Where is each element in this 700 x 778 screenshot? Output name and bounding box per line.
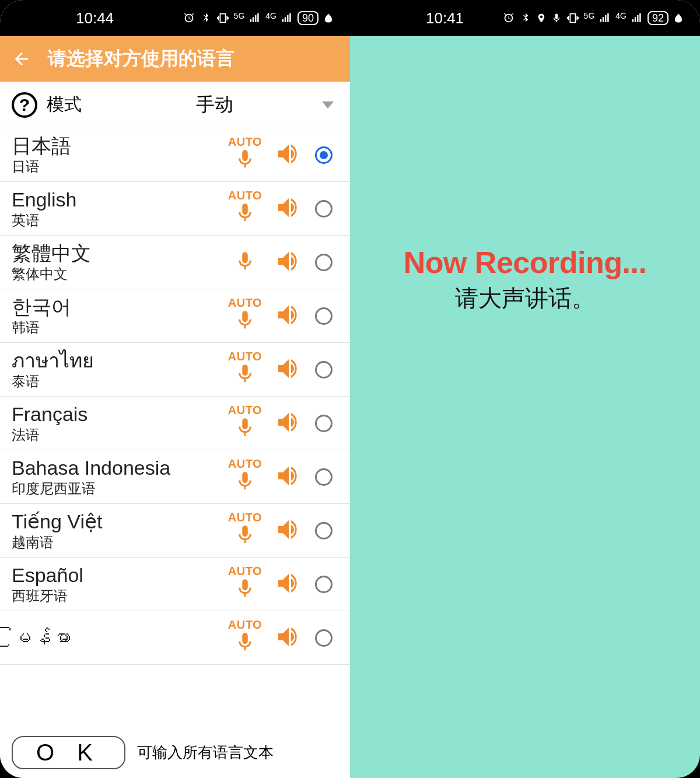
radio-column[interactable] — [309, 146, 338, 164]
language-text: 日本語 日语 — [12, 135, 222, 175]
language-native: English — [12, 188, 222, 211]
radio-button[interactable] — [315, 254, 332, 271]
language-native: ภาษาไทย — [12, 349, 222, 372]
radio-button[interactable] — [315, 629, 332, 647]
mode-dropdown[interactable]: 手动 — [91, 92, 338, 118]
language-row[interactable]: 한국어 韩语 AUTO — [0, 289, 350, 343]
radio-column[interactable] — [309, 361, 338, 379]
speaker-column[interactable] — [268, 140, 309, 170]
speaker-column[interactable] — [268, 516, 309, 546]
recording-title: Now Recording... — [350, 245, 700, 280]
radio-column[interactable] — [309, 200, 338, 218]
language-local: 英语 — [12, 212, 222, 229]
back-arrow-icon[interactable] — [12, 49, 32, 69]
battery-icon: 90 — [298, 11, 318, 25]
radio-button[interactable] — [315, 415, 332, 432]
language-row[interactable]: မြန်မာ AUTO — [0, 611, 350, 665]
radio-column[interactable] — [309, 576, 338, 593]
mic-column[interactable]: AUTO — [222, 565, 268, 604]
recording-subtitle: 请大声讲话。 — [350, 282, 700, 314]
microphone-icon — [234, 248, 256, 276]
language-row[interactable]: 繁體中文 繁体中文 — [0, 236, 350, 289]
alarm-icon — [183, 12, 195, 24]
speaker-column[interactable] — [268, 247, 309, 278]
microphone-icon — [234, 146, 256, 174]
radio-button[interactable] — [315, 576, 332, 593]
language-native: Español — [12, 564, 222, 587]
speaker-column[interactable] — [268, 462, 309, 492]
network-5g-icon: 5G — [584, 11, 595, 20]
radio-column[interactable] — [309, 629, 338, 647]
location-icon — [536, 12, 547, 24]
speaker-icon — [274, 247, 304, 278]
language-row[interactable]: Bahasa Indonesia 印度尼西亚语 AUTO — [0, 450, 350, 504]
mic-column[interactable]: AUTO — [222, 618, 268, 657]
radio-column[interactable] — [309, 522, 338, 539]
radio-button[interactable] — [315, 146, 332, 164]
microphone-icon — [234, 576, 256, 604]
language-row[interactable]: English 英语 AUTO — [0, 182, 350, 236]
speaker-column[interactable] — [268, 569, 309, 600]
vibrate-icon — [566, 12, 579, 24]
language-row[interactable]: Español 西班牙语 AUTO — [0, 558, 350, 611]
radio-column[interactable] — [309, 415, 338, 432]
language-row[interactable]: ภาษาไทย 泰语 AUTO — [0, 343, 350, 397]
radio-column[interactable] — [309, 254, 338, 271]
signal-icon — [249, 12, 261, 24]
mode-row: ? 模式 手动 — [0, 82, 350, 128]
mic-column[interactable]: AUTO — [222, 189, 268, 228]
speaker-column[interactable] — [268, 408, 309, 439]
status-icons: 5G 4G 90 — [183, 11, 334, 25]
radio-button[interactable] — [315, 307, 332, 325]
alarm-icon — [502, 12, 515, 24]
mic-column[interactable]: AUTO — [222, 511, 268, 550]
language-row[interactable]: 日本語 日语 AUTO — [0, 128, 350, 182]
recording-message: Now Recording... 请大声讲话。 — [350, 245, 700, 314]
network-4g-icon: 4G — [615, 11, 626, 20]
status-time: 10:41 — [350, 9, 464, 27]
signal-icon-2 — [281, 12, 293, 24]
mic-column[interactable]: AUTO — [222, 457, 268, 496]
radio-button[interactable] — [315, 522, 332, 539]
radio-button[interactable] — [315, 361, 332, 379]
speaker-icon — [274, 194, 304, 224]
speaker-column[interactable] — [268, 301, 309, 331]
ok-button[interactable]: O K — [12, 736, 125, 769]
speaker-icon — [274, 462, 304, 492]
language-text: English 英语 — [12, 188, 222, 229]
speaker-column[interactable] — [268, 194, 309, 224]
speaker-column[interactable] — [268, 355, 309, 385]
language-row[interactable]: Tiếng Việt 越南语 AUTO — [0, 504, 350, 558]
radio-column[interactable] — [309, 307, 338, 325]
radio-column[interactable] — [309, 468, 338, 486]
bluetooth-icon — [520, 12, 531, 24]
mic-column[interactable]: AUTO — [222, 404, 268, 443]
language-native: 한국어 — [12, 296, 222, 318]
mic-status-icon — [551, 12, 562, 24]
mic-column[interactable] — [222, 248, 268, 276]
language-list[interactable]: 日本語 日语 AUTO English 英语 AUTO 繁體中文 繁体中 — [0, 128, 350, 665]
recording-screen: 10:41 5G 4G 92 Now Recording... 请大声讲话。 — [350, 0, 700, 778]
language-local: 韩语 — [12, 320, 222, 336]
bluetooth-icon — [200, 12, 212, 24]
speaker-column[interactable] — [268, 623, 309, 653]
help-icon[interactable]: ? — [12, 92, 37, 118]
radio-button[interactable] — [315, 468, 332, 486]
speaker-icon — [274, 408, 304, 439]
status-icons: 5G 4G 92 — [502, 11, 684, 25]
chevron-down-icon — [322, 101, 334, 108]
language-native: 繁體中文 — [12, 242, 222, 265]
mode-label: 模式 — [47, 93, 82, 117]
radio-button[interactable] — [315, 200, 332, 218]
mic-column[interactable]: AUTO — [222, 350, 268, 389]
language-select-screen: 10:44 5G 4G 90 请选择对方使用的语言 ? 模式 手动 日本語 日语 — [0, 0, 350, 778]
mic-column[interactable]: AUTO — [222, 135, 268, 174]
microphone-icon — [234, 361, 256, 389]
leaf-icon — [323, 12, 334, 24]
network-4g-icon: 4G — [265, 11, 276, 20]
language-local: 繁体中文 — [12, 266, 222, 282]
mic-column[interactable]: AUTO — [222, 296, 268, 335]
bottom-bar: O K 可输入所有语言文本 — [0, 727, 350, 778]
language-native: Français — [12, 403, 222, 426]
language-row[interactable]: Français 法语 AUTO — [0, 397, 350, 450]
